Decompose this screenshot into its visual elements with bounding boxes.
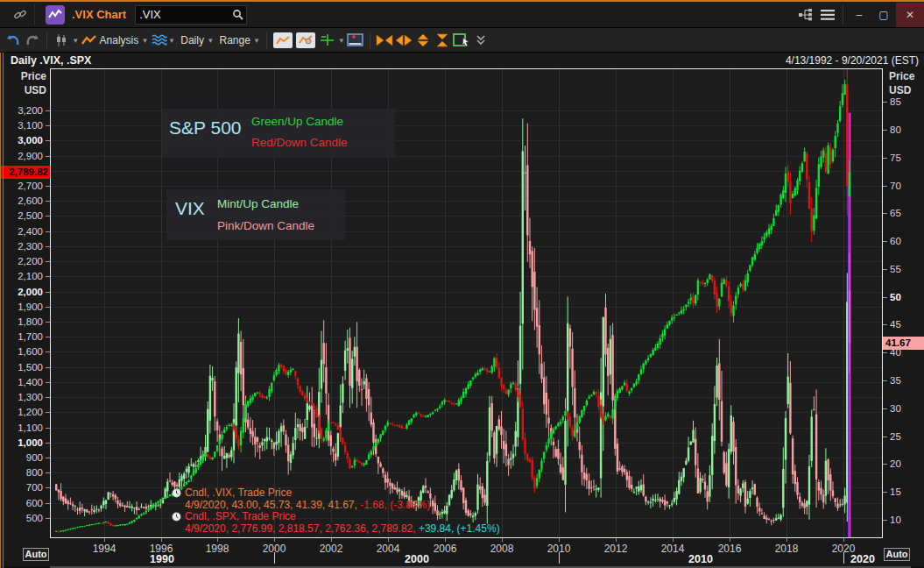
expand-horizontal-button[interactable] xyxy=(376,31,393,50)
maximize-button[interactable]: ▢ xyxy=(871,3,896,27)
redo-button[interactable] xyxy=(24,31,41,50)
interval-caret: ▾ xyxy=(208,36,213,45)
year-tick xyxy=(274,538,275,542)
left-axis-tick: 1,800 xyxy=(18,316,50,328)
left-axis-tick: 500 xyxy=(26,512,50,524)
symbol-search-box[interactable] xyxy=(135,5,247,25)
left-axis-tick: 600 xyxy=(26,497,50,509)
decade-label: 2000 xyxy=(392,553,441,565)
expand-vertical-button[interactable] xyxy=(414,31,432,50)
year-label: 2012 xyxy=(596,543,635,555)
vix-last-price-tag: 41.67 xyxy=(883,337,924,350)
grid-lines xyxy=(50,68,883,538)
right-axis-tick: 50 xyxy=(883,291,901,303)
year-label: 2018 xyxy=(767,543,806,555)
search-icon[interactable] xyxy=(229,9,246,20)
time-axis[interactable]: 1994199619982000200220042006200820102012… xyxy=(0,538,924,566)
chart-header: Daily .VIX, .SPX 4/13/1992 - 9/20/2021 (… xyxy=(0,53,924,68)
left-axis-tick: 2,100 xyxy=(18,270,50,282)
right-axis-tick: 65 xyxy=(883,207,901,219)
year-tick xyxy=(217,538,218,542)
chart-panel: Daily .VIX, .SPX 4/13/1992 - 9/20/2021 (… xyxy=(0,53,924,568)
left-axis-tick: 2,400 xyxy=(18,225,50,238)
left-axis-tick: 1,600 xyxy=(18,345,50,358)
toolbar-overflow-button[interactable] xyxy=(472,31,490,50)
year-tick xyxy=(559,538,560,542)
range-dropdown[interactable]: Range ▾ xyxy=(216,31,261,50)
plot-area[interactable] xyxy=(50,68,883,538)
chart-date-range: 4/13/1992 - 9/20/2021 (EST) xyxy=(786,54,919,67)
toolbar-separator xyxy=(266,32,267,48)
right-axis-tick: 35 xyxy=(883,374,901,387)
year-label: 2008 xyxy=(483,543,521,555)
left-axis-tick: 3,100 xyxy=(18,119,50,131)
left-axis-tick: 1,000 xyxy=(18,437,50,449)
year-label: 1998 xyxy=(198,543,236,555)
interval-dropdown[interactable]: Daily ▾ xyxy=(178,31,215,50)
compress-vertical-button[interactable] xyxy=(434,31,451,50)
year-tick xyxy=(331,538,332,542)
analysis-label: Analysis xyxy=(100,34,139,46)
app-icon xyxy=(46,5,65,25)
left-axis-tick: 1,300 xyxy=(18,391,50,403)
year-tick xyxy=(730,538,730,542)
title-bar: .VIX Chart – ▢ ✕ xyxy=(0,2,924,28)
analysis-button[interactable]: Analysis ▾ xyxy=(81,31,150,50)
right-axis-tick: 75 xyxy=(883,152,901,164)
left-axis-tick: 1,500 xyxy=(18,361,50,373)
decade-label: 1990 xyxy=(138,553,187,565)
minimize-button[interactable]: – xyxy=(847,3,871,27)
right-price-axis[interactable]: Price USD 41.67 Auto 8580757065605550454… xyxy=(883,68,924,538)
right-axis-unit: USD xyxy=(889,84,911,96)
spx-last-price-tag: 2,789.82 xyxy=(0,166,50,179)
chart-drag-tool-button[interactable] xyxy=(296,32,315,48)
decade-label: 2020 xyxy=(838,553,887,565)
left-axis-tick: 2,600 xyxy=(18,195,50,207)
wave-overlay-button[interactable]: ▾ xyxy=(152,31,177,50)
link-channel-icon[interactable] xyxy=(5,4,35,25)
candle-style-caret[interactable]: ▾ xyxy=(74,36,78,45)
right-axis-title: Price xyxy=(889,70,914,82)
level-tool-button[interactable] xyxy=(318,31,335,50)
year-tick xyxy=(161,538,162,542)
symbol-search-input[interactable] xyxy=(136,8,229,21)
link-flow-icon[interactable] xyxy=(794,4,816,25)
level-tool-caret[interactable]: ▾ xyxy=(339,36,343,45)
right-axis-tick: 55 xyxy=(883,263,901,275)
window-controls-separator xyxy=(843,5,843,25)
right-axis-tick: 15 xyxy=(883,486,901,498)
analysis-caret: ▾ xyxy=(143,36,147,45)
menu-icon[interactable] xyxy=(816,4,839,25)
left-price-axis[interactable]: Price USD 2,789.82 Auto 3,2003,1003,0002… xyxy=(0,68,50,538)
left-axis-tick: 900 xyxy=(26,451,50,464)
right-axis-tick: 25 xyxy=(883,430,901,443)
add-pane-button[interactable] xyxy=(347,31,364,50)
left-axis-tick: 800 xyxy=(26,466,50,479)
left-axis-tick: 700 xyxy=(26,481,50,493)
panel-edge-highlight xyxy=(0,53,1,568)
year-tick xyxy=(673,538,674,542)
right-axis-tick: 85 xyxy=(883,96,901,108)
left-axis-tick: 2,700 xyxy=(18,180,50,192)
left-axis-unit: USD xyxy=(25,84,46,96)
left-axis-tick: 1,900 xyxy=(18,301,50,313)
chain-icon xyxy=(13,8,27,22)
decade-boundary-tick xyxy=(559,552,560,564)
wave-caret: ▾ xyxy=(170,36,174,45)
undo-button[interactable] xyxy=(4,31,22,50)
candle-style-button[interactable] xyxy=(53,31,70,50)
left-axis-tick: 1,100 xyxy=(18,422,50,434)
year-tick xyxy=(786,538,787,542)
vix-chart-window: .VIX Chart – ▢ ✕ xyxy=(0,0,924,568)
left-axis-title: Price xyxy=(21,70,46,82)
line-chart-tool-button[interactable] xyxy=(273,32,293,48)
selection-tool-button[interactable] xyxy=(453,31,470,50)
year-tick xyxy=(445,538,446,542)
compress-horizontal-button[interactable] xyxy=(395,31,413,50)
right-axis-tick: 45 xyxy=(883,318,901,330)
left-axis-tick: 2,000 xyxy=(18,286,50,298)
analysis-zigzag-icon xyxy=(81,35,97,46)
spx-candles xyxy=(56,68,850,532)
close-button[interactable]: ✕ xyxy=(896,3,924,27)
year-tick xyxy=(843,538,844,542)
